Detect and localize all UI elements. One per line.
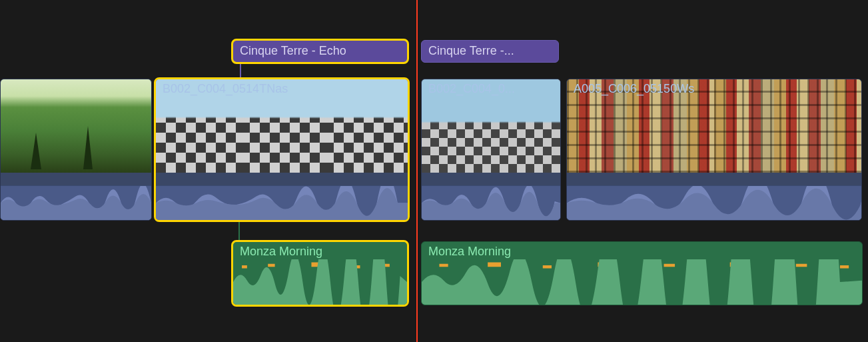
video-clip-label: B002_C004_0...: [428, 82, 515, 96]
thumbnail-checker: [324, 79, 408, 173]
clip-audio-waveform: [422, 185, 560, 220]
audio-connector: [238, 221, 240, 241]
clip-audio-waveform: [567, 185, 861, 220]
title-clip-echo-2[interactable]: Cinque Terre -...: [421, 40, 559, 63]
audio-waveform: [233, 259, 407, 305]
clip-audio-waveform: [1, 185, 151, 220]
audio-clip-label: Monza Morning: [428, 245, 511, 259]
video-clip-3[interactable]: B002_C004_0...: [421, 79, 561, 221]
clip-audio-waveform: [156, 185, 408, 220]
title-connector: [240, 63, 241, 79]
audio-clip-1[interactable]: Monza Morning: [232, 241, 408, 305]
playhead[interactable]: [416, 0, 418, 342]
audio-clip-label: Monza Morning: [240, 245, 322, 259]
title-clip-label: Cinque Terre - Echo: [240, 44, 346, 57]
audio-clip-2[interactable]: Monza Morning: [421, 241, 863, 305]
audio-waveform: [422, 259, 862, 305]
thumbnail-tuscany: [1, 79, 151, 173]
video-clip-1[interactable]: [0, 79, 152, 221]
video-clip-label: B002_C004_0514TNas: [163, 82, 288, 96]
title-clip-echo[interactable]: Cinque Terre - Echo: [232, 40, 408, 63]
video-clip-2[interactable]: B002_C004_0514TNas: [155, 79, 408, 221]
video-clip-4[interactable]: A005_C006_05150Ws: [566, 79, 862, 221]
video-clip-label: A005_C006_05150Ws: [574, 82, 694, 96]
thumbnail-buildings: [714, 79, 861, 173]
title-clip-label: Cinque Terre -...: [428, 44, 514, 57]
timeline[interactable]: Cinque Terre - Echo Cinque Terre -... B0…: [0, 0, 868, 342]
